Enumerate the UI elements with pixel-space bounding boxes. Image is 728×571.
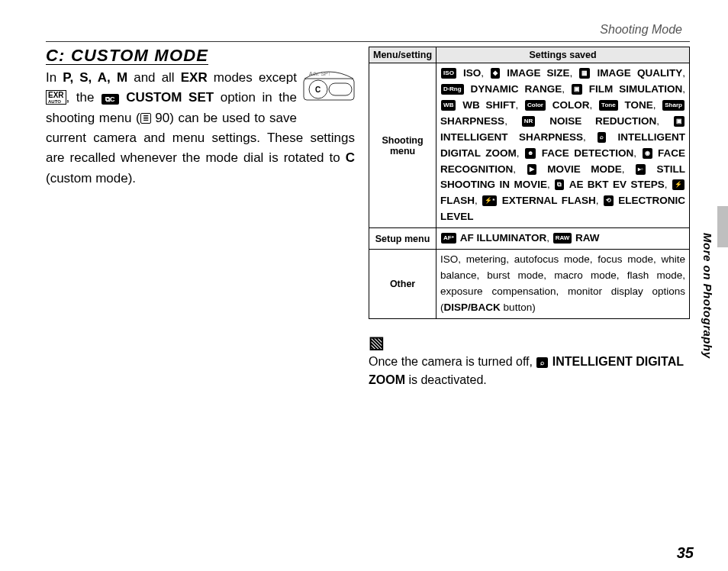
th-menu: Menu/setting	[369, 47, 436, 63]
running-header: Shooting Mode	[46, 23, 690, 41]
row-shooting-items: ISO ISO, ◆ IMAGE SIZE, ▦ IMAGE QUALITY, …	[436, 63, 690, 228]
svg-rect-3	[329, 83, 352, 95]
page-title: C: CUSTOM MODE	[46, 47, 208, 65]
intro-paragraph: C Adv. SP↑ In P, S, A, M and all EXR mod…	[46, 68, 355, 189]
svg-text:C: C	[315, 85, 321, 94]
side-chapter-label: More on Photography	[701, 233, 714, 359]
custom-set-icon: ⧉C	[101, 94, 119, 105]
row-other-text: ISO, metering, autofocus mode, focus mod…	[436, 250, 690, 319]
row-setup: Setup menu	[369, 228, 436, 250]
zoom-icon: ⌕	[536, 357, 548, 368]
note-icon: ▧	[369, 333, 690, 353]
row-shooting: Shooting menu	[369, 63, 436, 228]
mode-dial-illustration: C Adv. SP↑	[303, 69, 355, 108]
row-setup-items: AF* AF ILLUMINATOR, RAW RAW	[436, 228, 690, 250]
page-number: 35	[677, 544, 694, 562]
th-saved: Settings saved	[436, 47, 690, 63]
header-rule	[46, 41, 690, 42]
exr-auto-icon: EXRAUTO	[46, 90, 66, 105]
note-text: Once the camera is turned off, ⌕ INTELLI…	[369, 353, 690, 389]
row-other: Other	[369, 250, 436, 319]
page-ref-icon: ≣	[140, 113, 151, 124]
svg-text:Adv. SP↑: Adv. SP↑	[309, 71, 330, 76]
thumb-tab	[717, 206, 728, 247]
settings-table: Menu/setting Settings saved Shooting men…	[369, 47, 690, 319]
exr-icon: EXR	[181, 70, 208, 85]
